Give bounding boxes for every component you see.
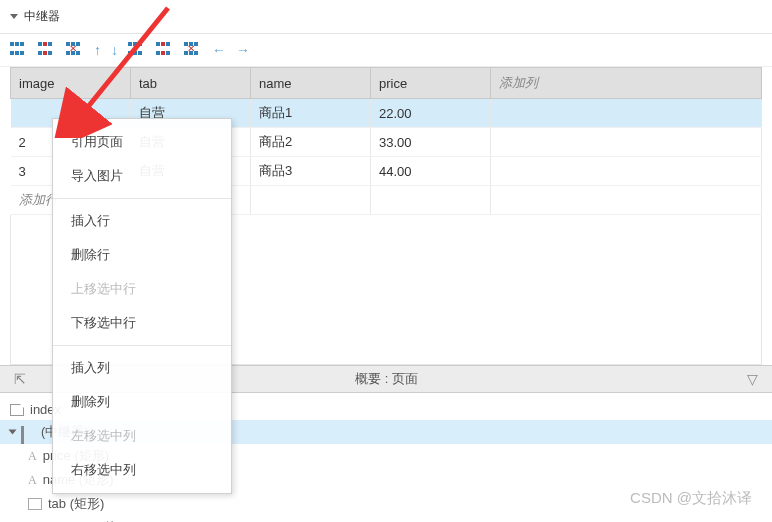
- col-tab[interactable]: tab: [131, 68, 251, 99]
- cell-name[interactable]: 商品1: [251, 99, 371, 128]
- menu-ref-page[interactable]: 引用页面: [53, 125, 231, 159]
- move-left-icon[interactable]: ←: [212, 42, 226, 58]
- page-icon: [10, 404, 24, 416]
- section-header[interactable]: 中继器: [0, 0, 772, 34]
- expand-icon[interactable]: [9, 430, 17, 435]
- insert-col-before-icon[interactable]: [128, 42, 146, 58]
- menu-separator: [53, 198, 231, 199]
- move-down-icon[interactable]: ↓: [111, 42, 118, 58]
- cell-price[interactable]: 33.00: [371, 128, 491, 157]
- cell-name[interactable]: 商品2: [251, 128, 371, 157]
- outline-pin-icon[interactable]: ⇱: [10, 371, 30, 387]
- tree-item[interactable]: image (图片 ): [0, 516, 772, 522]
- section-title: 中继器: [24, 8, 60, 25]
- menu-separator: [53, 345, 231, 346]
- delete-row-icon[interactable]: [66, 42, 84, 58]
- menu-move-row-down[interactable]: 下移选中行: [53, 306, 231, 340]
- insert-row-after-icon[interactable]: [38, 42, 56, 58]
- col-price[interactable]: price: [371, 68, 491, 99]
- menu-delete-row[interactable]: 删除行: [53, 238, 231, 272]
- cell-empty[interactable]: [491, 128, 762, 157]
- insert-row-before-icon[interactable]: [10, 42, 28, 58]
- menu-move-row-up: 上移选中行: [53, 272, 231, 306]
- cell-empty[interactable]: [491, 157, 762, 186]
- filter-icon[interactable]: ▽: [743, 371, 762, 387]
- move-right-icon[interactable]: →: [236, 42, 250, 58]
- menu-delete-col[interactable]: 删除列: [53, 385, 231, 419]
- col-name[interactable]: name: [251, 68, 371, 99]
- repeater-icon: [21, 426, 35, 438]
- move-up-icon[interactable]: ↑: [94, 42, 101, 58]
- cell-empty[interactable]: [491, 99, 762, 128]
- context-menu: 引用页面 导入图片 插入行 删除行 上移选中行 下移选中行 插入列 删除列 左移…: [52, 118, 232, 494]
- menu-move-col-right[interactable]: 右移选中列: [53, 453, 231, 487]
- tree-label: tab (矩形): [48, 495, 104, 513]
- cell-price[interactable]: 44.00: [371, 157, 491, 186]
- menu-insert-row[interactable]: 插入行: [53, 204, 231, 238]
- delete-col-icon[interactable]: [184, 42, 202, 58]
- table-header-row: image tab name price 添加列: [11, 68, 762, 99]
- menu-insert-col[interactable]: 插入列: [53, 351, 231, 385]
- menu-import-image[interactable]: 导入图片: [53, 159, 231, 193]
- insert-col-after-icon[interactable]: [156, 42, 174, 58]
- add-column[interactable]: 添加列: [491, 68, 762, 99]
- cell-price[interactable]: 22.00: [371, 99, 491, 128]
- cell-name[interactable]: 商品3: [251, 157, 371, 186]
- col-image[interactable]: image: [11, 68, 131, 99]
- text-icon: A: [28, 473, 37, 488]
- watermark: CSDN @文拾沐译: [630, 489, 752, 508]
- toolbar: ↑ ↓ ← →: [0, 34, 772, 67]
- text-icon: A: [28, 449, 37, 464]
- rect-icon: [28, 498, 42, 510]
- caret-down-icon: [10, 14, 18, 19]
- menu-move-col-left: 左移选中列: [53, 419, 231, 453]
